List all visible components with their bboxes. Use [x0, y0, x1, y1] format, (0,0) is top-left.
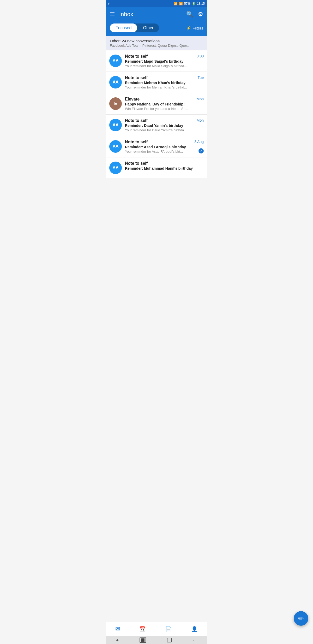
banner-subtitle: Facebook Ads Team, Pinterest, Quora Dige…	[110, 44, 203, 48]
email-item[interactable]: E Elevate Mon Happy National Day of Frie…	[106, 93, 207, 115]
avatar-initials: AA	[112, 58, 118, 63]
status-bar-right: 📶 📶 57% 🔋 18:15	[174, 2, 205, 5]
avatar: E	[109, 97, 122, 110]
email-content: Elevate Mon Happy National Day of Friend…	[125, 97, 204, 111]
email-item[interactable]: AA Note to self 3 Aug Reminder: Asad FAr…	[106, 136, 207, 157]
battery-text: 57%	[184, 2, 190, 5]
facebook-icon: f	[108, 2, 109, 6]
avatar-initials: AA	[112, 166, 118, 170]
email-time: Mon	[197, 118, 204, 122]
email-sender: Note to self	[125, 54, 148, 59]
email-header-row: Elevate Mon	[125, 97, 204, 102]
signal-icon: 📶	[179, 2, 183, 5]
email-time: 3 Aug	[194, 140, 204, 144]
email-time: Tue	[197, 75, 204, 80]
menu-icon[interactable]: ☰	[110, 11, 115, 18]
avatar-initials: E	[114, 101, 117, 106]
email-header-row: Note to self 3 Aug	[125, 140, 204, 144]
avatar-initials: AA	[112, 80, 118, 85]
email-time: Mon	[197, 97, 204, 101]
email-content: Note to self Tue Reminder: Mehran Khan's…	[125, 75, 204, 89]
email-subject: Happy National Day of Friendship!	[125, 102, 204, 106]
status-bar-left: f	[108, 2, 109, 6]
filters-button[interactable]: ⚡ Filters	[186, 26, 203, 31]
time-display: 18:15	[197, 2, 205, 5]
email-preview: Your reminder for Asad FArooqi's birt...	[125, 150, 204, 153]
email-content: Note to self Mon Reminder: Daud Yamin's …	[125, 118, 204, 132]
email-item[interactable]: AA Note to self Reminder: Muhammad Hanif…	[106, 157, 207, 178]
header: ☰ Inbox 🔍 ⚙	[106, 7, 207, 21]
search-icon[interactable]: 🔍	[186, 11, 193, 18]
email-content: Note to self 0:00 Reminder: Majid Saigal…	[125, 54, 204, 68]
avatar-initials: AA	[112, 144, 118, 149]
filters-bolt-icon: ⚡	[186, 26, 191, 31]
tab-bar: Focused Other ⚡ Filters	[106, 21, 207, 36]
avatar: AA	[109, 140, 122, 153]
email-list: AA Note to self 0:00 Reminder: Majid Sai…	[106, 50, 207, 178]
battery-icon: 🔋	[192, 2, 196, 5]
email-header-row: Note to self Tue	[125, 75, 204, 80]
avatar-initials: AA	[112, 123, 118, 127]
header-left: ☰ Inbox	[110, 11, 133, 18]
email-sender: Note to self	[125, 75, 148, 80]
filters-label: Filters	[192, 26, 203, 30]
unread-badge: 2	[198, 148, 204, 153]
inbox-title: Inbox	[119, 11, 133, 18]
avatar: AA	[109, 76, 122, 88]
email-sender: Note to self	[125, 140, 148, 144]
email-preview: Win Elevate Pro for you and a friend. Se…	[125, 107, 204, 111]
avatar: AA	[109, 55, 122, 67]
email-time: 0:00	[197, 54, 204, 58]
email-header-row: Note to self	[125, 161, 204, 166]
wifi-icon: 📶	[174, 2, 178, 5]
email-item[interactable]: AA Note to self Tue Reminder: Mehran Kha…	[106, 72, 207, 93]
email-subject: Reminder: Daud Yamin's birthday	[125, 123, 204, 128]
avatar: AA	[109, 119, 122, 131]
email-subject: Reminder: Mehran Khan's birthday	[125, 81, 204, 85]
settings-icon[interactable]: ⚙	[198, 11, 203, 18]
other-tab[interactable]: Other	[137, 23, 159, 32]
email-content: Note to self 3 Aug Reminder: Asad FArooq…	[125, 140, 204, 153]
banner-title: Other: 24 new conversations	[110, 39, 203, 43]
focused-tab[interactable]: Focused	[110, 23, 137, 32]
avatar: AA	[109, 162, 122, 174]
email-sender: Note to self	[125, 161, 148, 166]
email-subject: Reminder: Asad FArooqi's birthday	[125, 145, 204, 149]
email-subject: Reminder: Majid Saigal's birthday	[125, 59, 204, 63]
email-sender: Elevate	[125, 97, 140, 102]
email-subject: Reminder: Muhammad Hanif's birthday	[125, 166, 204, 170]
email-header-row: Note to self 0:00	[125, 54, 204, 59]
scroll-area: Other: 24 new conversations Facebook Ads…	[106, 36, 207, 204]
tab-group: Focused Other	[110, 23, 159, 32]
email-item[interactable]: AA Note to self 0:00 Reminder: Majid Sai…	[106, 50, 207, 72]
email-content: Note to self Reminder: Muhammad Hanif's …	[125, 161, 204, 171]
status-bar: f 📶 📶 57% 🔋 18:15	[106, 0, 207, 7]
email-item[interactable]: AA Note to self Mon Reminder: Daud Yamin…	[106, 115, 207, 136]
email-sender: Note to self	[125, 118, 148, 123]
header-icons: 🔍 ⚙	[186, 11, 203, 18]
email-header-row: Note to self Mon	[125, 118, 204, 123]
email-preview: Your reminder for Majid Saigal's birthda…	[125, 64, 204, 68]
email-preview: Your reminder for Daud Yamin's birthda..…	[125, 128, 204, 132]
email-preview: Your reminder for Mehran Khan's birthd..…	[125, 85, 204, 89]
other-banner[interactable]: Other: 24 new conversations Facebook Ads…	[106, 36, 207, 50]
